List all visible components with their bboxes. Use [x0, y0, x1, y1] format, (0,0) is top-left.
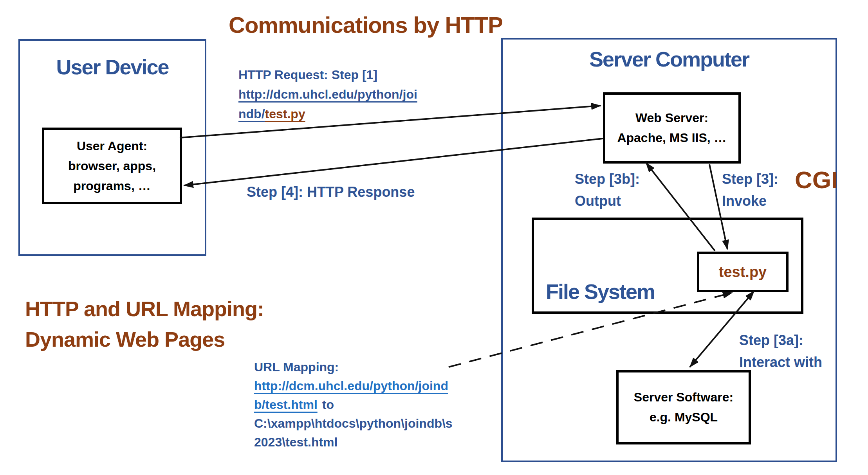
web-server-line: Web Server: — [635, 108, 708, 128]
cgi-label: CGI — [795, 166, 838, 194]
url-mapping-link-line1: http://dcm.uhcl.edu/python/joind — [254, 376, 453, 395]
user-device-title: User Device — [18, 55, 206, 79]
step3b-line: Step [3b]: — [575, 168, 640, 190]
mapping-to-word: to — [322, 398, 334, 412]
main-title: Communications by HTTP — [229, 12, 503, 38]
server-computer-title: Server Computer — [501, 47, 837, 71]
step4-response-label: Step [4]: HTTP Response — [247, 184, 415, 200]
step3-label: Step [3]: Invoke — [722, 168, 778, 212]
mapping-url-link[interactable]: http://dcm.uhcl.edu/python/joind — [254, 379, 448, 393]
step3a-label: Step [3a]: Interact with — [739, 329, 822, 373]
request-url-link[interactable]: http://dcm.uhcl.edu/python/joi — [238, 87, 417, 101]
url-mapping-link-line2: b/test.htmlto — [254, 395, 453, 414]
user-agent-line: browser, apps, — [68, 156, 156, 176]
url-mapping-path-line1: C:\xampp\htdocs\python\joindb\s — [254, 414, 453, 433]
server-software-line: e.g. MySQL — [650, 407, 718, 427]
mapping-heading: HTTP and URL Mapping: Dynamic Web Pages — [25, 293, 264, 354]
url-mapping-path-line2: 2023\test.html — [254, 433, 453, 452]
step3-line: Step [3]: — [722, 168, 778, 190]
mapping-heading-line: Dynamic Web Pages — [25, 324, 264, 354]
user-agent-line: User Agent: — [77, 136, 147, 156]
http-request-block: HTTP Request: Step [1] http://dcm.uhcl.e… — [238, 65, 417, 124]
http-request-heading: HTTP Request: Step [1] — [238, 65, 417, 85]
request-url-testpy-link[interactable]: test.py — [265, 107, 305, 121]
user-agent-box: User Agent: browser, apps, programs, … — [42, 128, 182, 204]
testpy-label: test.py — [719, 264, 767, 281]
mapping-heading-line: HTTP and URL Mapping: — [25, 293, 264, 324]
user-agent-line: programs, … — [73, 176, 150, 196]
step3a-line: Interact with — [739, 351, 822, 373]
url-mapping-block: URL Mapping: http://dcm.uhcl.edu/python/… — [254, 358, 453, 452]
request-url-line2: ndb/test.py — [238, 104, 417, 124]
diagram-canvas: Communications by HTTP User Device User … — [0, 0, 868, 475]
server-software-box: Server Software: e.g. MySQL — [616, 370, 751, 444]
request-url-line1: http://dcm.uhcl.edu/python/joi — [238, 85, 417, 104]
step3b-label: Step [3b]: Output — [575, 168, 640, 212]
server-software-line: Server Software: — [634, 387, 733, 407]
web-server-box: Web Server: Apache, MS IIS, … — [603, 92, 741, 164]
request-url-link[interactable]: ndb/ — [238, 107, 265, 121]
mapping-url-link[interactable]: b/test.html — [254, 398, 318, 412]
step3-line: Invoke — [722, 190, 778, 212]
file-system-title: File System — [546, 279, 655, 304]
url-mapping-heading: URL Mapping: — [254, 358, 453, 376]
web-server-line: Apache, MS IIS, … — [617, 128, 726, 148]
testpy-box: test.py — [697, 252, 789, 292]
step3a-line: Step [3a]: — [739, 329, 822, 351]
step3b-line: Output — [575, 190, 640, 212]
